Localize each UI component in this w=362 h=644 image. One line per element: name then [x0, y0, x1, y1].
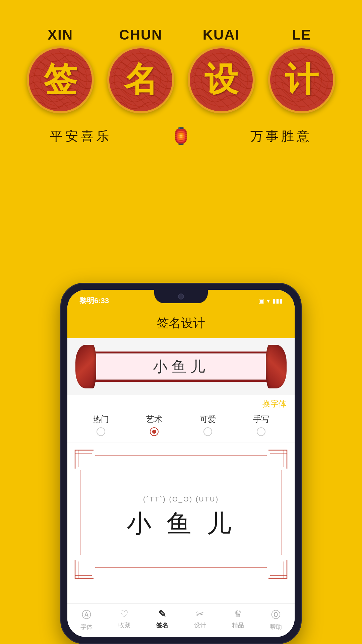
tab-cute[interactable]: 可爱: [200, 414, 216, 436]
wifi-icon: ▾: [267, 297, 270, 305]
scroll-rod-left: [75, 345, 96, 388]
subtitle-left: 平安喜乐: [50, 128, 112, 145]
tab-art-label: 艺术: [146, 414, 162, 425]
preview-content: (´TT`) (O_O) (UTU) 小 鱼 儿: [127, 495, 235, 541]
camera-dot: [178, 293, 184, 300]
premium-icon: ♛: [234, 608, 242, 620]
scroll-inner: 小鱼儿: [93, 353, 269, 380]
char-circle-3: 设: [188, 46, 255, 113]
char-item-3: KUAI: [188, 27, 255, 113]
char-2: 名: [124, 57, 158, 103]
nav-favorite-label: 收藏: [118, 621, 130, 629]
nav-item-premium[interactable]: ♛ 精品: [232, 608, 244, 631]
border-top: [95, 455, 267, 455]
tab-handwrite[interactable]: 手写: [253, 414, 269, 436]
app-screen: 黎明6:33 ▣ ▾ ▮▮▮ 签名设计: [67, 290, 295, 637]
char-4: 计: [285, 57, 318, 103]
corner-ornament-bl: [73, 558, 95, 580]
svg-rect-4: [75, 450, 78, 453]
notch: [154, 290, 208, 303]
nav-premium-label: 精品: [232, 621, 244, 629]
corner-ornament-tl: [73, 448, 95, 470]
nav-font-label: 字体: [80, 623, 93, 631]
char-3: 设: [204, 57, 238, 103]
pinyin-xin: XIN: [48, 27, 73, 43]
char-circle-4: 计: [268, 46, 335, 113]
pinyin-character-row: XIN: [20, 27, 342, 113]
help-icon: ⓪: [271, 608, 281, 621]
char-circle-1: 签: [27, 46, 94, 113]
scroll-body: 小鱼儿: [92, 352, 270, 382]
nav-help-label: 帮助: [270, 623, 282, 631]
svg-rect-7: [284, 575, 287, 578]
scroll-name-text: 小鱼儿: [153, 357, 209, 377]
tab-hot-dot: [97, 427, 105, 436]
nav-design-label: 设计: [194, 621, 206, 629]
tab-handwrite-dot: [257, 427, 265, 436]
status-icons: ▣ ▾ ▮▮▮: [258, 297, 283, 305]
tab-hot-label: 热门: [93, 414, 109, 425]
char-1: 签: [44, 57, 77, 103]
nav-item-font[interactable]: Ⓐ 字体: [80, 608, 93, 631]
border-right: [282, 470, 282, 555]
border-bottom: [95, 567, 267, 568]
sign-icon: ✎: [158, 608, 166, 620]
nav-sign-label: 签名: [156, 621, 168, 629]
pinyin-kuai: KUAI: [203, 27, 240, 43]
bottom-nav: Ⓐ 字体 ♡ 收藏 ✎ 签名 ✂ 设计 ♛ 精品: [67, 603, 295, 637]
char-item-1: XIN: [27, 27, 94, 113]
scroll-banner-section[interactable]: 小鱼儿: [67, 338, 295, 395]
scroll-banner: 小鱼儿: [75, 345, 287, 388]
tab-art-dot-inner: [152, 430, 156, 434]
pinyin-chun: CHUN: [119, 27, 162, 43]
app-title: 签名设计: [157, 316, 205, 330]
char-item-2: CHUN: [107, 27, 174, 113]
nav-item-help[interactable]: ⓪ 帮助: [270, 608, 282, 631]
battery-icon: ▣: [258, 297, 264, 305]
phone-mockup-container: 黎明6:33 ▣ ▾ ▮▮▮ 签名设计: [60, 283, 302, 644]
favorite-icon: ♡: [120, 608, 128, 620]
nav-item-sign[interactable]: ✎ 签名: [156, 608, 168, 631]
pinyin-le: LE: [292, 27, 311, 43]
subtitle-right: 万事胜意: [250, 128, 312, 145]
border-left: [80, 470, 80, 555]
tab-art[interactable]: 艺术: [146, 414, 162, 436]
scroll-rod-right: [266, 345, 287, 388]
nav-item-design[interactable]: ✂ 设计: [194, 608, 206, 631]
preview-area: (´TT`) (O_O) (UTU) 小 鱼 儿: [67, 442, 295, 603]
svg-rect-5: [284, 450, 287, 453]
design-icon: ✂: [196, 608, 204, 620]
corner-ornament-br: [267, 558, 289, 580]
tab-cute-dot: [203, 427, 212, 436]
char-circle-2: 名: [107, 46, 174, 113]
tab-cute-label: 可爱: [200, 414, 216, 425]
preview-emotion-text: (´TT`) (O_O) (UTU): [127, 495, 235, 503]
status-bar-area: 黎明6:33 ▣ ▾ ▮▮▮: [67, 290, 295, 308]
font-icon: Ⓐ: [82, 608, 91, 621]
signal-icon: ▮▮▮: [273, 297, 283, 305]
char-item-4: LE: [268, 27, 335, 113]
corner-ornament-tr: [267, 448, 289, 470]
subtitle-row: 平安喜乐 🏮 万事胜意: [20, 127, 342, 146]
nav-item-favorite[interactable]: ♡ 收藏: [118, 608, 130, 631]
top-section: XIN: [0, 0, 362, 159]
change-font-row: 换字体: [67, 395, 295, 411]
tab-handwrite-label: 手写: [253, 414, 269, 425]
preview-name-text: 小 鱼 儿: [127, 507, 235, 541]
tab-art-dot: [150, 427, 159, 436]
phone-mockup: 黎明6:33 ▣ ▾ ▮▮▮ 签名设计: [60, 283, 302, 644]
tab-hot[interactable]: 热门: [93, 414, 109, 436]
svg-rect-6: [75, 575, 78, 578]
status-time: 黎明6:33: [79, 296, 109, 306]
crown-icon: 🏮: [171, 127, 191, 146]
app-header: 签名设计: [67, 308, 295, 338]
change-font-button[interactable]: 换字体: [262, 398, 287, 409]
font-tabs: 热门 艺术 可爱 手写: [67, 411, 295, 442]
